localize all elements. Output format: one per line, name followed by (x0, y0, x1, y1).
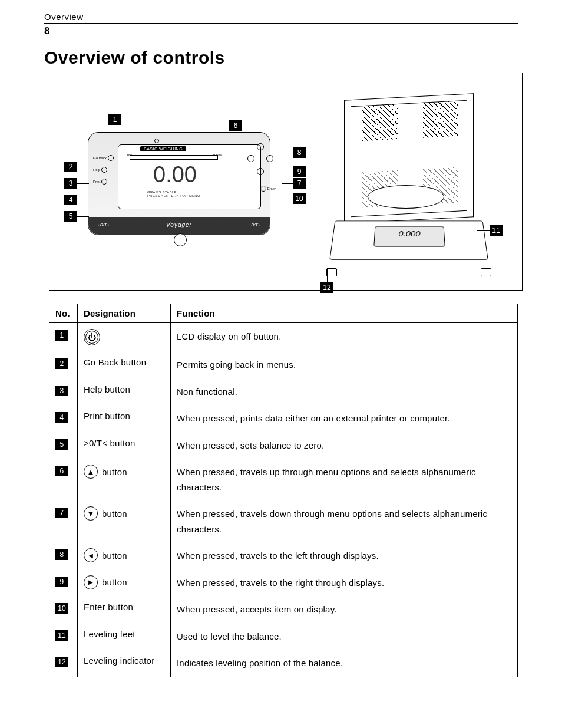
callout-5: 5 (64, 211, 89, 222)
row-no-cell: 4 (49, 405, 78, 432)
go-back-button-label: Go Back (93, 155, 114, 161)
balance-base-reading: 0.000 (375, 230, 444, 238)
callout-7: 7 (282, 178, 306, 189)
page-number: 8 (44, 25, 518, 37)
leader-line (236, 131, 236, 146)
row-no-badge: 8 (55, 549, 68, 560)
enter-text: Enter (267, 187, 276, 190)
row-designation-cell: ◄ button (78, 542, 171, 569)
callout-badge: 1 (108, 114, 121, 125)
callout-10: 10 (282, 193, 306, 204)
row-designation-cell: Enter button (78, 596, 171, 623)
print-icon (101, 179, 107, 185)
level-bubble-icon (174, 233, 187, 246)
help-button-label: Help (93, 167, 114, 173)
callout-badge: 8 (293, 147, 306, 158)
table-row: 8◄ buttonWhen pressed, travels to the le… (49, 542, 518, 569)
row-function-cell: LCD display on off button. (171, 323, 518, 352)
row-function-cell: Used to level the balance. (171, 623, 518, 650)
callout-badge: 7 (293, 178, 306, 189)
enter-icon (260, 186, 266, 192)
row-designation-cell: ▲ button (78, 459, 171, 500)
callout-9: 9 (282, 166, 306, 177)
leader-line (77, 167, 89, 167)
leader-line (327, 268, 328, 282)
col-header-designation: Designation (78, 304, 171, 323)
balance-base-display: 0.000 (373, 226, 445, 247)
row-no-cell: 12 (49, 650, 78, 677)
table-row: 11 Leveling feetUsed to level the balanc… (49, 623, 518, 650)
row-no-badge: 5 (55, 439, 68, 450)
row-no-cell: 2 (49, 351, 78, 378)
section-header: Overview (44, 12, 518, 22)
row-no-badge: 2 (55, 358, 68, 369)
page-title: Overview of controls (44, 48, 518, 68)
leader-line (77, 216, 89, 217)
row-function-cell: When pressed, sets balance to zero. (171, 432, 518, 459)
callout-6: 6 (229, 120, 242, 146)
tare-right-label: →0/T← (246, 222, 263, 228)
leveling-foot-right (481, 268, 491, 276)
callout-8: 8 (282, 147, 306, 158)
down-arrow-icon (257, 168, 264, 175)
row-no-cell: 3 (49, 378, 78, 406)
row-function-cell: When pressed, prints data either on an e… (171, 405, 518, 432)
callout-badge: 12 (320, 282, 333, 293)
leader-line (282, 183, 293, 184)
leader-line (77, 183, 89, 184)
table-row: 7▼ buttonWhen pressed, travels down thro… (49, 500, 518, 542)
designation-text: Leveling feet (84, 629, 135, 639)
row-no-badge: 9 (55, 577, 68, 587)
balance-unit-illustration: 0.000 (332, 97, 485, 276)
callout-badge: 9 (293, 166, 306, 177)
balance-base: 0.000 (329, 221, 488, 260)
leader-line (282, 153, 293, 153)
row-function-cell: When pressed, accepts item on display. (171, 596, 518, 623)
leader-line (115, 125, 115, 140)
table-row: 5 >0/T< buttonWhen pressed, sets balance… (49, 432, 518, 459)
table-row: 10 Enter buttonWhen pressed, accepts ite… (49, 596, 518, 623)
panel-reading: 0.00 (153, 162, 197, 187)
nav-cluster (247, 143, 273, 185)
row-no-cell: 7 (49, 500, 78, 542)
row-no-badge: 12 (55, 657, 68, 667)
panel-subtext: GRAMS STABLE PRESS <ENTER> FOR MENU (147, 190, 200, 197)
row-no-cell: 1 (49, 323, 78, 352)
row-no-badge: 10 (55, 603, 68, 614)
row-designation-cell: >0/T< button (78, 432, 171, 459)
designation-text: button (102, 577, 127, 587)
section-label: Overview (44, 12, 84, 22)
up-arrow-icon (257, 143, 264, 150)
callout-badge: 5 (64, 211, 77, 222)
designation-text: >0/T< button (84, 438, 135, 448)
designation-text: Print button (84, 411, 130, 421)
panel-sub-line2: PRESS <ENTER> FOR MENU (147, 194, 200, 197)
go-back-icon (108, 155, 114, 161)
callout-12: 12 (320, 268, 333, 293)
table-row: 6▲ buttonWhen pressed, travels up throug… (49, 459, 518, 500)
table-row: 4 Print buttonWhen pressed, prints data … (49, 405, 518, 432)
row-no-badge: 4 (55, 412, 68, 423)
leader-line (77, 200, 89, 200)
down-arrow-icon: ▼ (84, 506, 98, 521)
callout-badge: 4 (64, 195, 77, 205)
row-function-cell: Non functional. (171, 378, 518, 406)
callout-1: 1 (108, 114, 121, 140)
table-row: 12 Leveling indicatorIndicates leveling … (49, 650, 518, 677)
row-designation-cell: Leveling feet (78, 623, 171, 650)
row-designation-cell: Print button (78, 405, 171, 432)
control-panel-illustration: BASIC WEIGHING 0% 100% 0.00 GRAMS STABLE… (88, 132, 270, 235)
row-designation-cell: ► button (78, 569, 171, 597)
panel-screen-title: BASIC WEIGHING (140, 146, 186, 151)
col-header-no: No. (49, 304, 78, 323)
row-designation-cell: Go Back button (78, 351, 171, 378)
designation-text: Leveling indicator (84, 655, 154, 666)
designation-text: button (102, 551, 127, 561)
table-row: 3 Help buttonNon functional. (49, 378, 518, 406)
table-row: 9► buttonWhen pressed, travels to the ri… (49, 569, 518, 597)
row-function-cell: Indicates leveling position of the balan… (171, 650, 518, 677)
designation-text: Enter button (84, 602, 133, 612)
controls-diagram: 0.000 BASIC WEIGHING 0% 100% 0.00 GRAMS … (49, 73, 523, 291)
header-rule (44, 23, 518, 24)
designation-text: Help button (84, 384, 130, 394)
